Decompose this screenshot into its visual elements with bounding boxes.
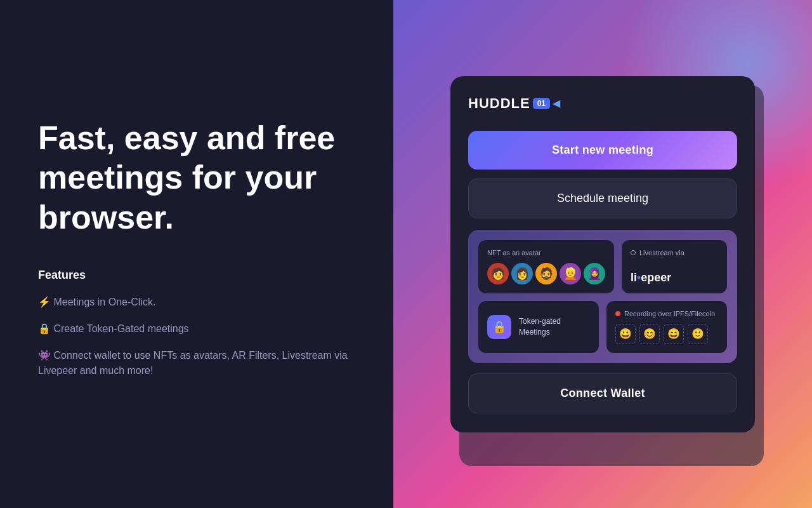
token-gated-label: Token-gated Meetings: [519, 316, 590, 338]
livestream-header: Livestream via: [631, 249, 718, 257]
avatar-4: 👱: [560, 263, 581, 284]
grid-row-2: 🔒 Token-gated Meetings Recording over IP…: [478, 301, 727, 353]
recording-avatars: 😀 😊 😄 🙂: [615, 324, 718, 344]
features-label: Features: [38, 269, 355, 282]
logo-mic-icon: ◀: [553, 97, 560, 109]
feature-one-click: ⚡ Meetings in One-Click.: [38, 295, 355, 310]
avatar-5: 🧕: [584, 263, 605, 284]
hero-title: Fast, easy and free meetings for your br…: [38, 118, 355, 237]
grid-row-1: NFT as an avatar 🧑 👩 🧔 👱 🧕: [478, 240, 727, 293]
livestream-title: Livestream via: [639, 249, 684, 257]
feature-token-gated: 🔒 Create Token-Gated meetings: [38, 321, 355, 337]
recording-card: Recording over IPFS/Filecoin 😀 😊 😄 🙂: [606, 301, 727, 353]
livepeer-logo: li•epeer: [631, 271, 718, 284]
rec-avatar-2: 😊: [639, 324, 660, 344]
avatar-1: 🧑: [487, 263, 509, 284]
avatar-2: 👩: [511, 263, 533, 284]
token-gated-card: 🔒 Token-gated Meetings: [478, 301, 599, 353]
rec-avatar-4: 🙂: [688, 324, 708, 344]
card-main: HUDDLE 01 ◀ Start new meeting Schedule m…: [450, 76, 755, 432]
rec-dot-icon: [615, 311, 620, 316]
recording-header: Recording over IPFS/Filecoin: [615, 310, 718, 318]
avatar-row: 🧑 👩 🧔 👱 🧕: [487, 263, 605, 284]
logo-text: HUDDLE: [468, 95, 530, 112]
logo-badge: 01: [533, 98, 550, 109]
connect-wallet-button[interactable]: Connect Wallet: [468, 373, 737, 413]
features-grid: NFT as an avatar 🧑 👩 🧔 👱 🧕: [468, 230, 737, 363]
logo-area: HUDDLE 01 ◀: [468, 95, 737, 112]
livestream-card: Livestream via li•epeer: [622, 240, 727, 293]
left-panel: Fast, easy and free meetings for your br…: [0, 0, 393, 508]
nft-avatar-title: NFT as an avatar: [487, 249, 605, 257]
rec-avatar-1: 😀: [615, 324, 636, 344]
schedule-meeting-button[interactable]: Schedule meeting: [468, 178, 737, 218]
card-stack: HUDDLE 01 ◀ Start new meeting Schedule m…: [450, 76, 755, 432]
right-panel: HUDDLE 01 ◀ Start new meeting Schedule m…: [393, 0, 812, 508]
start-meeting-button[interactable]: Start new meeting: [468, 131, 737, 170]
recording-title: Recording over IPFS/Filecoin: [624, 310, 715, 318]
features-section: Features ⚡ Meetings in One-Click. 🔒 Crea…: [38, 269, 355, 390]
avatar-3: 🧔: [535, 263, 557, 284]
rec-avatar-3: 😄: [664, 324, 684, 344]
lock-icon: 🔒: [487, 315, 511, 339]
feature-wallet-nft: 👾 Connect wallet to use NFTs as avatars,…: [38, 348, 355, 378]
nft-avatar-card: NFT as an avatar 🧑 👩 🧔 👱 🧕: [478, 240, 614, 293]
live-dot-icon: [631, 250, 636, 255]
livepeer-dot: •: [637, 271, 641, 284]
